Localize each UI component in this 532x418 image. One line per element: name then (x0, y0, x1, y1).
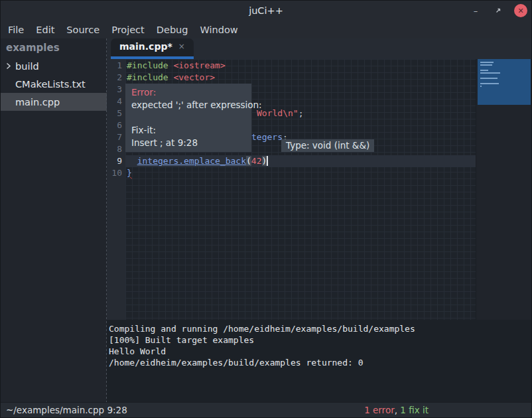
menu-project[interactable]: Project (105, 23, 151, 37)
minimize-icon: – (474, 6, 478, 16)
file-tree: buildCMakeLists.txtmain.cpp (1, 57, 107, 111)
minimize-button[interactable]: – (469, 4, 482, 17)
code-token: ; (299, 108, 304, 118)
menu-source[interactable]: Source (60, 23, 105, 37)
line-number: 4 (107, 96, 125, 107)
menu-window[interactable]: Window (194, 23, 243, 37)
error-tooltip-spacer (131, 111, 245, 124)
status-error-count: 1 error (364, 405, 395, 415)
restore-button[interactable] (492, 4, 505, 17)
editor-pane: 12345678910 #include <iostream>#include … (107, 59, 531, 320)
close-icon: ✕ (517, 7, 523, 15)
tree-item-label: build (15, 61, 39, 72)
error-tooltip-message: expected ';' after expression: (131, 99, 245, 111)
tree-item-build[interactable]: build (1, 57, 107, 75)
tree-item-label: CMakeLists.txt (15, 79, 86, 90)
code-token: 42 (251, 156, 262, 166)
fixit-tooltip-text: Insert ; at 9:28 (131, 137, 245, 149)
code-token (127, 156, 137, 166)
code-line-1: #include <iostream> (125, 60, 477, 72)
status-diagnostics: 1 error, 1 fix it (364, 405, 429, 415)
menubar: FileEditSourceProjectDebugWindow (1, 21, 531, 38)
line-number: 6 (107, 119, 125, 131)
restore-icon (495, 7, 501, 14)
juci-window: juCi++ (0, 0, 532, 418)
minimap-code-line (480, 83, 499, 84)
text-cursor (267, 156, 268, 166)
tab-label: main.cpp* (119, 41, 172, 52)
minimap-code-line (480, 86, 482, 87)
line-number: 9 (107, 155, 125, 167)
code-area[interactable]: #include <iostream>#include <vector>Worl… (125, 59, 477, 320)
code-token: } (127, 168, 132, 178)
error-tooltip: Error: expected ';' after expression: Fi… (125, 84, 251, 152)
menu-file[interactable]: File (2, 23, 30, 37)
code-token: World\n" (257, 108, 299, 118)
code-line-10: } (125, 167, 477, 179)
terminal-line: Compiling and running /home/eidheim/exam… (109, 323, 531, 334)
terminal-output[interactable]: Compiling and running /home/eidheim/exam… (107, 320, 531, 402)
line-number: 5 (107, 107, 125, 119)
minimap-code-line (480, 64, 492, 66)
code-token: #include (127, 72, 173, 82)
pane-separator[interactable] (106, 38, 107, 402)
terminal-line: /home/eidheim/examples/build/examples re… (109, 357, 531, 368)
status-separator: , (395, 405, 401, 415)
fixit-tooltip-title: Fix-it: (131, 124, 245, 137)
code-token: ) (262, 156, 267, 166)
error-tooltip-title: Error: (131, 86, 245, 99)
code-token: tegers (251, 132, 283, 142)
code-token: ( (246, 156, 251, 166)
file-tree-sidebar: examples buildCMakeLists.txtmain.cpp (1, 38, 107, 402)
code-line-9: integers.emplace_back(42) (125, 155, 477, 167)
tab-main-cpp[interactable]: main.cpp* × (111, 38, 194, 59)
tree-item-main-cpp[interactable]: main.cpp (1, 93, 107, 111)
code-token: <vector> (173, 72, 215, 82)
tree-item-label: main.cpp (15, 97, 60, 107)
line-number: 1 (107, 60, 125, 72)
statusbar: ~/examples/main.cpp 9:28 1 error, 1 fix … (1, 402, 531, 417)
editor-column: main.cpp* × 12345678910 #include <iostre… (107, 38, 531, 402)
minimap-viewport[interactable] (478, 59, 531, 105)
line-number: 7 (107, 131, 125, 143)
code-line-2: #include <vector> (125, 72, 477, 84)
close-button[interactable]: ✕ (514, 4, 527, 17)
tree-item-cmakelists-txt[interactable]: CMakeLists.txt (1, 75, 107, 93)
code-token: <iostream> (173, 60, 225, 70)
minimap-code-line (480, 72, 500, 74)
minimap-code-line (480, 70, 488, 71)
terminal-line: [100%] Built target examples (109, 334, 531, 346)
line-number-gutter: 12345678910 (107, 59, 125, 320)
code-token: integers.emplace_back (137, 156, 246, 166)
line-number: 3 (107, 84, 125, 96)
type-tooltip: Type: void (int &&) (281, 139, 374, 152)
window-title: juCi++ (249, 5, 283, 16)
titlebar: juCi++ (1, 1, 531, 21)
tabbar: main.cpp* × (107, 38, 531, 59)
line-number: 10 (107, 167, 125, 179)
minimap-code-line (480, 78, 498, 79)
project-name: examples (1, 38, 107, 57)
minimap[interactable] (476, 59, 531, 320)
status-fixit-count: 1 fix it (400, 405, 429, 415)
line-number: 2 (107, 72, 125, 84)
tab-close-icon[interactable]: × (178, 42, 185, 50)
line-number: 8 (107, 143, 125, 155)
terminal-line: Hello World (109, 346, 531, 357)
menu-edit[interactable]: Edit (30, 23, 60, 37)
chevron-right-icon[interactable] (1, 62, 15, 70)
code-token: #include (127, 60, 173, 70)
menu-debug[interactable]: Debug (151, 23, 194, 37)
minimap-code-line (480, 62, 494, 63)
status-file-location: ~/examples/main.cpp 9:28 (1, 405, 127, 415)
